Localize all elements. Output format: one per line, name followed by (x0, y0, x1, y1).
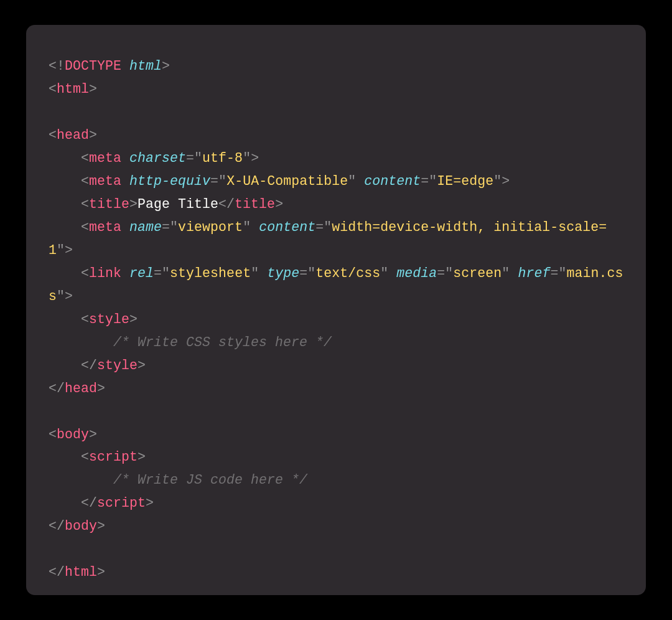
attr-http-equiv: http-equiv (129, 174, 210, 189)
attr-content: content (259, 220, 315, 235)
js-comment: /* Write JS code here */ (113, 472, 307, 487)
attr-type: type (267, 266, 299, 281)
body-open-tag: body (57, 427, 89, 442)
attr-media: media (396, 266, 437, 281)
meta-tag: meta (89, 174, 121, 189)
style-close-tag: style (97, 358, 138, 373)
css-comment: /* Write CSS styles here */ (113, 335, 332, 350)
val-screen: screen (453, 266, 502, 281)
html-open-tag: html (57, 82, 89, 96)
attr-content: content (364, 174, 421, 189)
attr-rel: rel (129, 266, 154, 281)
style-open-tag: style (89, 312, 129, 327)
val-textcss: text/css (315, 266, 380, 281)
html-close-tag: html (65, 565, 97, 580)
meta-tag: meta (89, 220, 121, 235)
code-panel: <!DOCTYPE html> <html> <head> <meta char… (26, 25, 646, 595)
script-open-tag: script (89, 449, 138, 464)
val-ieedge: IE=edge (437, 174, 493, 189)
title-close-tag: title (235, 197, 275, 212)
val-xua: X-UA-Compatible (226, 174, 348, 189)
attr-href: href (518, 266, 550, 281)
head-open-tag: head (57, 128, 89, 143)
code-block: <!DOCTYPE html> <html> <head> <meta char… (49, 55, 627, 584)
title-open-tag: title (89, 197, 129, 212)
val-utf8: utf-8 (202, 151, 243, 166)
val-viewport: viewport (178, 220, 243, 235)
link-tag: link (89, 266, 121, 281)
meta-tag: meta (89, 151, 121, 166)
head-close-tag: head (65, 381, 97, 396)
doctype-keyword: DOCTYPE (65, 59, 121, 73)
page-title-text: Page Title (138, 197, 218, 212)
attr-charset: charset (129, 151, 186, 166)
body-close-tag: body (65, 519, 97, 533)
val-stylesheet: stylesheet (170, 266, 251, 281)
attr-name: name (129, 220, 162, 235)
script-close-tag: script (97, 496, 146, 510)
doctype-value: html (129, 59, 162, 73)
